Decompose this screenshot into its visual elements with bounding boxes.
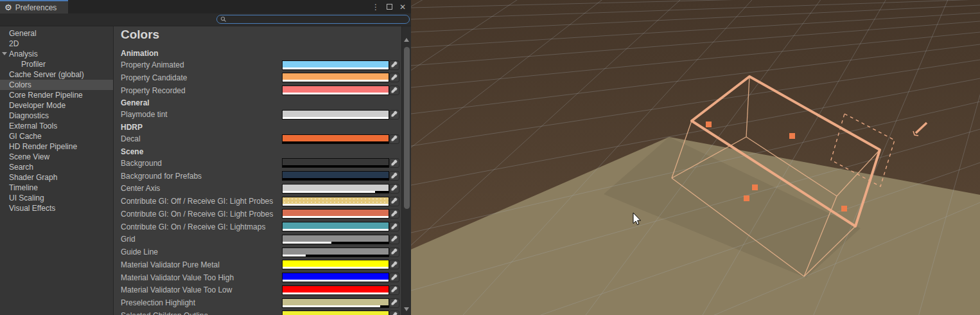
eyedropper-button[interactable] [389, 86, 399, 95]
sidebar-item-core-render-pipeline[interactable]: Core Render Pipeline [0, 90, 113, 100]
eyedropper-button[interactable] [389, 222, 399, 231]
color-row-label: Contribute GI: On / Receive GI: Lightmap… [121, 221, 265, 234]
sidebar-item-cache-server-global-[interactable]: Cache Server (global) [0, 69, 113, 80]
color-row: Property Candidate [114, 72, 401, 85]
eyedropper-button[interactable] [389, 273, 399, 282]
color-swatch[interactable] [282, 86, 389, 95]
color-row: Material Validator Value Too Low [114, 284, 401, 297]
scrollbar-thumb[interactable] [404, 47, 410, 209]
eyedropper-button[interactable] [389, 310, 399, 315]
color-swatch[interactable] [282, 273, 389, 282]
eyedropper-icon [390, 272, 398, 284]
eyedropper-button[interactable] [389, 184, 399, 194]
section-label: HDRP [121, 122, 143, 133]
color-swatch[interactable] [282, 197, 389, 206]
eyedropper-button[interactable] [389, 110, 399, 120]
eyedropper-button[interactable] [389, 298, 399, 308]
eyedropper-button[interactable] [389, 60, 399, 70]
handle[interactable] [752, 184, 758, 190]
color-field [283, 61, 389, 68]
color-swatch[interactable] [282, 158, 389, 168]
color-field [283, 299, 389, 305]
color-swatch[interactable] [282, 222, 389, 231]
color-swatch[interactable] [282, 235, 389, 244]
eyedropper-button[interactable] [389, 209, 399, 219]
eyedropper-button[interactable] [389, 248, 399, 257]
color-swatch[interactable] [282, 310, 389, 315]
color-swatch[interactable] [282, 285, 389, 295]
color-field [283, 222, 389, 229]
kebab-menu-icon[interactable]: ⋮ [372, 3, 380, 11]
sidebar-item-2d[interactable]: 2D [0, 39, 113, 49]
color-row-label: Contribute GI: On / Receive GI: Light Pr… [121, 208, 273, 221]
sidebar-item-label: UI Scaling [0, 194, 44, 203]
sidebar-item-gi-cache[interactable]: GI Cache [0, 131, 113, 141]
sidebar-item-hd-render-pipeline[interactable]: HD Render Pipeline [0, 141, 113, 152]
eyedropper-button[interactable] [389, 134, 399, 144]
handle[interactable] [841, 206, 847, 212]
sidebar-item-label: Developer Mode [0, 101, 66, 110]
color-swatch[interactable] [282, 184, 389, 194]
sidebar-item-scene-view[interactable]: Scene View [0, 152, 113, 162]
sidebar-item-visual-effects[interactable]: Visual Effects [0, 203, 113, 213]
color-swatch[interactable] [282, 298, 389, 308]
eyedropper-button[interactable] [389, 235, 399, 244]
sidebar-item-analysis[interactable]: Analysis [0, 49, 113, 59]
color-swatch[interactable] [282, 171, 389, 181]
scroll-down-arrow-icon[interactable] [404, 307, 409, 311]
tab-preferences[interactable]: ⚙ Preferences [0, 0, 68, 14]
color-row-label: Playmode tint [121, 109, 168, 122]
colors-panel: Colors AnimationProperty AnimatedPropert… [114, 26, 401, 315]
color-row-label: Contribute GI: Off / Receive GI: Light P… [121, 195, 273, 208]
color-field [283, 197, 389, 204]
eyedropper-button[interactable] [389, 260, 399, 269]
scroll-up-arrow-icon[interactable] [404, 38, 409, 42]
eyedropper-icon [390, 158, 398, 169]
sidebar-item-diagnostics[interactable]: Diagnostics [0, 111, 113, 121]
search-input[interactable] [229, 15, 403, 23]
color-swatch[interactable] [282, 73, 389, 82]
color-row-label: Selected Children Outline [121, 310, 208, 315]
chevron-down-icon[interactable] [2, 52, 7, 55]
section-header: Scene [114, 146, 401, 158]
titlebar[interactable]: ⚙ Preferences ⋮ ✕ [0, 0, 411, 14]
search-box[interactable] [216, 15, 410, 24]
sidebar-item-timeline[interactable]: Timeline [0, 183, 113, 193]
sidebar-item-label: Cache Server (global) [0, 70, 84, 79]
color-swatch[interactable] [282, 134, 389, 144]
color-swatch[interactable] [282, 260, 389, 269]
close-icon[interactable]: ✕ [399, 3, 406, 11]
vertical-scrollbar[interactable] [401, 26, 411, 315]
eyedropper-icon [390, 284, 398, 296]
color-row: Material Validator Pure Metal [114, 259, 401, 272]
sidebar-item-external-tools[interactable]: External Tools [0, 121, 113, 131]
sidebar-item-colors[interactable]: Colors [0, 80, 113, 90]
sidebar-item-shader-graph[interactable]: Shader Graph [0, 172, 113, 183]
eyedropper-button[interactable] [389, 158, 399, 168]
color-swatch[interactable] [282, 248, 389, 257]
color-swatch[interactable] [282, 60, 389, 70]
sidebar-item-developer-mode[interactable]: Developer Mode [0, 100, 113, 111]
section-label: Animation [121, 48, 159, 59]
handle[interactable] [744, 195, 749, 201]
sidebar-item-ui-scaling[interactable]: UI Scaling [0, 193, 113, 203]
handle[interactable] [706, 122, 712, 127]
handle[interactable] [789, 133, 795, 139]
color-swatch[interactable] [282, 209, 389, 219]
sidebar-item-general[interactable]: General [0, 28, 113, 39]
sidebar: General2DAnalysisProfilerCache Server (g… [0, 26, 113, 315]
color-swatch[interactable] [282, 110, 389, 120]
color-row-label: Property Candidate [121, 72, 187, 85]
color-row-label: Background for Prefabs [121, 170, 202, 183]
eyedropper-button[interactable] [389, 171, 399, 181]
maximize-icon[interactable] [387, 4, 392, 10]
sidebar-item-profiler[interactable]: Profiler [0, 59, 113, 69]
alpha-bar [283, 80, 389, 82]
sidebar-item-search[interactable]: Search [0, 162, 113, 172]
scene-view[interactable] [411, 0, 980, 315]
eyedropper-button[interactable] [389, 285, 399, 295]
eyedropper-button[interactable] [389, 73, 399, 82]
eyedropper-icon [390, 109, 398, 120]
eyedropper-button[interactable] [389, 197, 399, 206]
alpha-bar [283, 93, 389, 94]
